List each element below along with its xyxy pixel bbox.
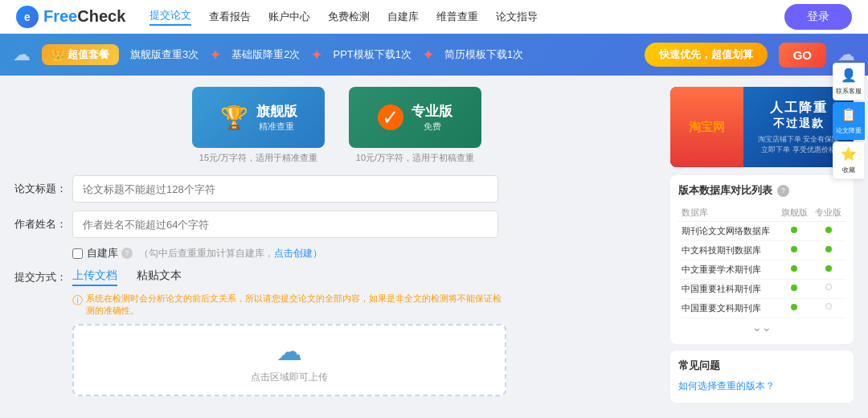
banner-go-button[interactable]: GO [779,43,826,68]
warning-row: ⓘ 系统在检测时会分析论文的前后文关系，所以请您提交论文的全部内容，如果是非全文… [72,293,506,318]
flagship-icon: 🏆 [220,104,248,131]
star-label: 收藏 [842,166,855,174]
professional-name: 专业版 [411,102,452,121]
banner-badge-icon: 👑 [51,49,64,61]
author-label: 作者姓名： [14,217,64,232]
db-table-title: 版本数据库对比列表 [678,183,772,198]
banner-items: 旗舰版查重3次 ✦ 基础版降重2次 ✦ PPT模板下载1次 ✦ 简历模板下载1次 [130,47,523,63]
faq-item-1[interactable]: 如何选择查重的版本？ [678,378,845,395]
faq-section: 常见问题 如何选择查重的版本？ [670,350,854,403]
banner-item1: 旗舰版查重3次 [130,47,199,62]
upload-text: 点击区域即可上传 [251,371,328,384]
nav-item-free[interactable]: 免费检测 [328,10,370,24]
self-library-hint: （勾中后查重重加计算自建库， [139,247,274,260]
nav-item-library[interactable]: 自建库 [387,10,419,24]
db-col-name: 数据库 [678,204,777,222]
logo-text: FreeCheck [43,7,125,26]
paper-label: 论文降重 [836,127,862,134]
version-cards: 🏆 旗舰版 精准查重 15元/万字符，适用于精准查重 ✓ 专业版 免费 10元/ [14,87,659,164]
self-library-row: 自建库 ? （勾中后查重重加计算自建库， 点击创建） [72,246,659,260]
main-content: 🏆 旗舰版 精准查重 15元/万字符，适用于精准查重 ✓ 专业版 免费 10元/ [0,76,868,418]
submit-method-row: 提交方式： 上传文档 粘贴文本 [14,268,659,286]
float-buttons: 👤 联系客服 📋 论文降重 ⭐ 收藏 [833,63,865,179]
db-help-icon[interactable]: ? [777,185,789,197]
tab-upload[interactable]: 上传文档 [72,268,117,286]
star-icon: ⭐ [836,146,862,162]
db-col-professional: 专业版 [811,204,845,222]
help-icon[interactable]: ? [121,248,133,259]
title-label: 论文标题： [14,182,64,196]
professional-sub: 免费 [411,121,452,133]
ad-desc2: 立即下单 享受优惠价格 [761,145,836,155]
nav-item-report[interactable]: 查看报告 [209,10,251,24]
service-label: 联系客服 [836,88,862,95]
warning-icon: ⓘ [72,293,83,308]
float-btn-star[interactable]: ⭐ 收藏 [833,141,865,179]
submit-tabs: 上传文档 粘贴文本 [72,268,182,286]
service-icon: 👤 [836,68,862,83]
version-flagship[interactable]: 🏆 旗舰版 精准查重 15元/万字符，适用于精准查重 [192,87,325,164]
nav-item-guide[interactable]: 论文指导 [496,10,538,24]
ad-slogan1: 人工降重 [770,100,828,117]
submit-label: 提交方式： [14,270,64,285]
banner: ☁ 👑 超值套餐 旗舰版查重3次 ✦ 基础版降重2次 ✦ PPT模板下载1次 ✦… [0,34,868,76]
db-table-row: 中国重要文科期刊库 [678,299,845,318]
logo-icon: e [16,6,39,28]
db-table-row: 中国重要社科期刊库 [678,280,845,299]
banner-item2: 基础版降重2次 [231,47,300,62]
db-comparison-table: 版本数据库对比列表 ? 数据库 旗舰版 专业版 期刊论文文网络数据库 [670,175,854,344]
author-form-group: 作者姓名： [14,211,659,238]
banner-cloud-left: ☁ [13,44,31,65]
nav-item-account[interactable]: 账户中心 [268,10,310,24]
professional-icon: ✓ [378,104,403,130]
author-input[interactable] [72,211,498,238]
ad-desc1: 淘宝店铺下单 安全有保障 [758,134,840,145]
banner-plus3: ✦ [423,47,433,63]
nav-item-weipu[interactable]: 维普查重 [436,10,478,24]
banner-badge-label: 超值套餐 [68,47,109,62]
professional-desc: 10元/万字符，适用于初稿查重 [349,152,481,164]
paper-icon: 📋 [836,107,862,122]
warning-text: 系统在检测时会分析论文的前后文关系，所以请您提交论文的全部内容，如果是非全文的检… [86,293,506,318]
flagship-desc: 15元/万字符，适用于精准查重 [192,152,325,164]
title-input[interactable] [72,175,498,203]
ad-site: 淘宝网 [689,120,725,135]
version-professional[interactable]: ✓ 专业版 免费 10元/万字符，适用于初稿查重 [349,87,481,164]
self-library-checkbox[interactable] [72,248,83,259]
banner-badge[interactable]: 👑 超值套餐 [42,44,119,65]
banner-item4: 简历模板下载1次 [444,47,523,62]
self-library-link[interactable]: 点击创建） [274,247,322,260]
flagship-sub: 精准查重 [256,121,297,133]
db-table-row: 期刊论文文网络数据库 [678,222,845,241]
db-col-flagship: 旗舰版 [777,204,812,222]
title-form-group: 论文标题： [14,175,659,203]
header: e FreeCheck 提交论文 查看报告 账户中心 免费检测 自建库 维普查重… [0,0,868,34]
banner-plus1: ✦ [210,47,220,63]
faq-title: 常见问题 [678,359,845,373]
nav: 提交论文 查看报告 账户中心 免费检测 自建库 维普查重 论文指导 [149,8,784,26]
db-table-row: 中文科技期刊数据库 [678,241,845,260]
sidebar: 淘宝网 人工降重 不过退款 淘宝店铺下单 安全有保障 立即下单 享受优惠价格 👤… [670,87,854,407]
expand-rows-button[interactable]: ⌄⌄ [678,318,845,336]
tab-paste[interactable]: 粘贴文本 [137,268,182,286]
banner-plus2: ✦ [311,47,321,63]
upload-area[interactable]: ☁ 点击区域即可上传 [72,324,506,396]
flagship-name: 旗舰版 [256,102,297,121]
content-area: 🏆 旗舰版 精准查重 15元/万字符，适用于精准查重 ✓ 专业版 免费 10元/ [14,87,659,407]
banner-item3: PPT模板下载1次 [333,47,411,62]
logo[interactable]: e FreeCheck [16,6,125,28]
upload-icon: ☁ [276,336,302,367]
self-library-label: 自建库 [87,246,118,260]
login-button[interactable]: 登录 [784,4,852,30]
float-btn-service[interactable]: 👤 联系客服 [833,63,865,100]
ad-banner[interactable]: 淘宝网 人工降重 不过退款 淘宝店铺下单 安全有保障 立即下单 享受优惠价格 [670,87,854,167]
ad-slogan2: 不过退款 [773,117,825,131]
nav-item-submit[interactable]: 提交论文 [149,8,191,26]
banner-promo[interactable]: 快速优先，超值划算 [645,43,768,67]
db-table-row: 中文重要学术期刊库 [678,260,845,280]
float-btn-paper[interactable]: 📋 论文降重 [833,102,865,140]
